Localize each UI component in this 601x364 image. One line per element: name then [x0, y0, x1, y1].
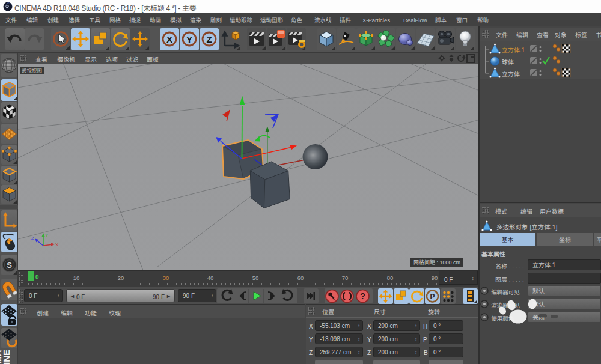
- svg-text:?: ?: [360, 291, 365, 301]
- svg-text:Z: Z: [206, 34, 212, 44]
- svg-text:P: P: [430, 293, 435, 301]
- svg-text:S: S: [7, 261, 12, 270]
- svg-text:INEMA: INEMA: [1, 350, 11, 364]
- svg-text:Y: Y: [186, 34, 192, 44]
- svg-text:Y: Y: [45, 232, 49, 238]
- svg-text:Z: Z: [31, 235, 34, 241]
- svg-text:X: X: [166, 34, 172, 44]
- svg-text:X: X: [55, 242, 59, 247]
